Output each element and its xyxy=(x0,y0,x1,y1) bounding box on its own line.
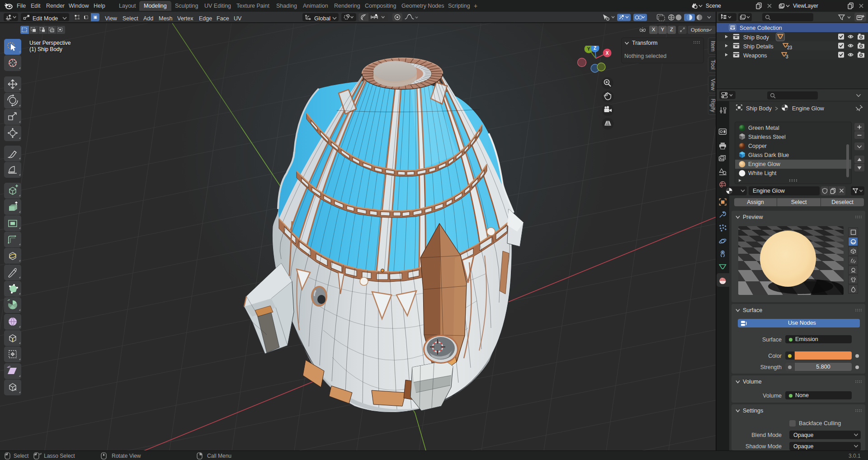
svg-text:X: X xyxy=(606,51,609,56)
svg-text:Z: Z xyxy=(594,46,596,51)
svg-text:Y: Y xyxy=(587,47,590,52)
